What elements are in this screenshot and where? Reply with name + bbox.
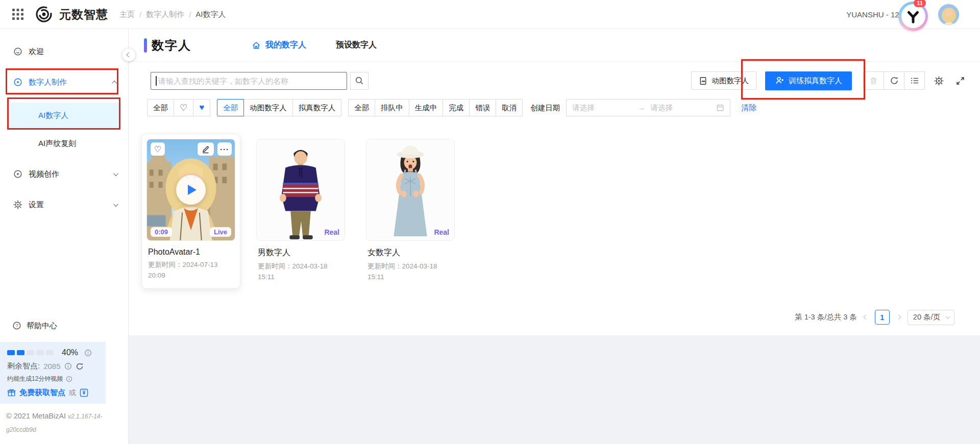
type-all-button[interactable]: 全部 [217,99,244,116]
sidebar-item-voice-clone[interactable]: AI声纹复刻 [0,133,128,154]
train-real-avatar-button[interactable]: 训练拟真数字人 [765,71,852,90]
gear-icon [934,76,944,86]
assistant-widget[interactable]: 11 [898,2,928,31]
chevron-down-icon [113,202,118,207]
chevron-right-icon [896,315,901,320]
date-start-placeholder[interactable]: 请选择 [572,103,638,113]
refresh-points-icon[interactable] [76,362,84,371]
list-view-button[interactable] [904,71,925,90]
heart-filled-icon: ♥ [199,103,204,113]
refresh-icon [890,76,899,85]
controls-row: 动图数字人 训练拟真数字人 [129,71,980,90]
notification-badge: 11 [914,0,926,7]
tab-my-avatars[interactable]: 我的数字人 [252,40,306,51]
card-updated-time: 更新时间：2024-03-18 15:11 [368,261,455,283]
sidebar-item-help-center[interactable]: ? 帮助中心 [0,315,128,336]
chevron-down-icon [945,314,950,319]
favorite-all-button[interactable]: 全部 [147,99,174,116]
tab-preset-avatars[interactable]: 预设数字人 [336,40,377,51]
more-actions-button[interactable]: ··· [217,142,232,156]
sidebar-item-settings[interactable]: 设置 [0,194,128,215]
sidebar-item-avatar-creation[interactable]: 数字人制作 [0,72,128,92]
date-end-placeholder[interactable]: 请选择 [651,103,717,113]
status-queued-button[interactable]: 排队中 [375,99,409,116]
edit-card-button[interactable] [198,142,214,156]
user-avatar[interactable] [938,4,960,26]
app-grid-icon[interactable] [12,9,23,20]
status-all-button[interactable]: 全部 [348,99,375,116]
gift-icon [7,388,16,397]
brand-logo-icon [35,5,53,23]
favorite-empty-button[interactable]: ♡ [174,99,193,116]
status-generating-button[interactable]: 生成中 [409,99,444,116]
avatar-card-female: Real 女数字人 更新时间：2024-03-18 15:11 [361,134,460,290]
status-error-button[interactable]: 错误 [469,99,496,116]
avatar-card-list: ♡ ··· 0:09 Live [129,134,980,290]
avatar-card-male: Real 男数字人 更新时间：2024-03-18 15:11 [251,134,350,290]
favorite-card-button[interactable]: ♡ [151,142,165,156]
question-circle-icon: ? [12,321,21,330]
person-add-icon [775,76,784,85]
settings-button[interactable] [931,71,946,90]
updated-line2: 15:11 [368,272,455,283]
favorite-filled-button[interactable]: ♥ [193,99,210,116]
play-icon [188,185,197,195]
fullscreen-button[interactable] [952,71,968,90]
sidebar-subitem-label: AI声纹复刻 [38,139,76,149]
clear-filters-link[interactable]: 清除 [741,103,756,113]
delete-button [863,71,884,90]
free-credits-link[interactable]: 免费获取智点 [19,388,65,398]
sidebar-item-welcome[interactable]: 欢迎 [0,41,128,62]
status-cancelled-button[interactable]: 取消 [496,99,523,116]
info-icon[interactable] [66,376,72,382]
sidebar-collapse-button[interactable] [122,48,135,61]
pencil-icon [201,144,210,154]
top-header: 元数智慧 主页 / 数字人制作 / AI数字人 YUANSHU - 123123 [0,0,980,29]
sidebar-item-ai-avatar[interactable]: AI数字人 [10,103,122,128]
date-range-picker[interactable]: 请选择 → 请选择 [566,99,730,116]
text-caret [156,76,157,86]
play-button[interactable] [176,175,206,205]
motion-avatar-button[interactable]: 动图数字人 [691,71,757,90]
quota-cta-row: 免费获取智点 或 ¥ [7,388,100,398]
duration-badge: 0:09 [151,227,172,237]
chevron-up-icon [112,80,117,85]
filter-row: 全部 ♡ ♥ 全部 动图数字人 拟真数字人 全部 排队中 生成中 完成 错误 取… [129,99,980,116]
avatar-thumbnail[interactable]: Real [366,139,455,241]
breadcrumb: 主页 / 数字人制作 / AI数字人 [119,10,226,19]
page-number-button[interactable]: 1 [875,310,890,325]
or-label: 或 [69,388,76,398]
card-title: 男数字人 [258,248,345,258]
type-motion-button[interactable]: 动图数字人 [243,99,293,116]
yen-badge-icon[interactable]: ¥ [80,388,88,397]
avatar-thumbnail[interactable]: ♡ ··· 0:09 Live [146,139,235,241]
type-real-button[interactable]: 拟真数字人 [292,99,342,116]
info-icon[interactable] [84,349,92,357]
breadcrumb-separator: / [189,10,191,19]
breadcrumb-module[interactable]: 数字人制作 [146,10,184,19]
refresh-button[interactable] [884,71,904,90]
info-icon[interactable] [64,362,72,370]
status-done-button[interactable]: 完成 [443,99,470,116]
progress-segment [36,350,44,355]
avatar-thumbnail[interactable]: Real [256,139,345,241]
motion-avatar-label: 动图数字人 [712,76,749,86]
chevron-left-icon [863,315,868,320]
card-updated-time: 更新时间：2024-03-18 15:11 [258,261,345,283]
play-circle-icon [13,169,22,179]
home-icon [252,41,261,50]
search-input[interactable] [151,72,347,90]
brand[interactable]: 元数智慧 [35,5,108,23]
sidebar-menu: 欢迎 数字人制作 AI数字人 AI声纹复刻 [0,29,128,215]
card-updated-time: 更新时间：2024-07-13 20:09 [148,260,235,281]
page-size-select[interactable]: 20 条/页 [908,310,954,325]
sidebar-item-video-creation[interactable]: 视频创作 [0,164,128,184]
breadcrumb-home[interactable]: 主页 [119,10,135,19]
breadcrumb-current: AI数字人 [195,10,226,19]
search-button[interactable] [350,72,369,90]
train-real-avatar-label: 训练拟真数字人 [789,76,842,86]
brand-name: 元数智慧 [59,7,108,22]
status-filter-group: 全部 排队中 生成中 完成 错误 取消 [348,99,523,116]
search-group [151,72,369,90]
page-size-value: 20 条/页 [913,312,940,322]
